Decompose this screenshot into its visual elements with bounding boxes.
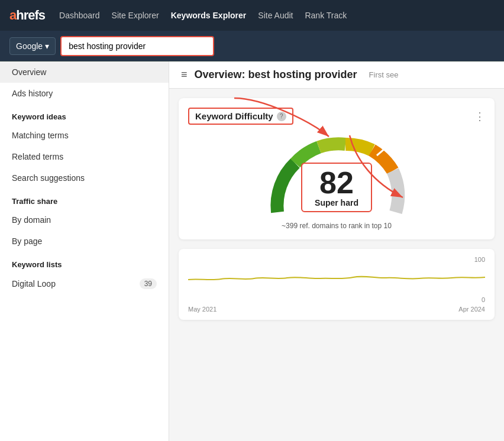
- gauge-number: 82: [313, 167, 360, 198]
- gauge-container: 82 Super hard ~399 ref. domains to rank …: [188, 129, 485, 230]
- keyword-search-input[interactable]: [69, 41, 206, 51]
- chart-visual: 100 0: [188, 256, 485, 303]
- keyword-search-input-wrap: [60, 36, 214, 56]
- chart-svg: [188, 256, 485, 300]
- sidebar-section-keyword-ideas: Keyword ideas: [0, 104, 169, 125]
- main-layout: Overview Ads history Keyword ideas Match…: [0, 61, 504, 441]
- nav-item-dashboard[interactable]: Dashboard: [59, 10, 100, 21]
- sidebar-item-search-suggestions[interactable]: Search suggestions: [0, 167, 169, 189]
- sidebar-item-related-terms[interactable]: Related terms: [0, 146, 169, 167]
- chart-label-start: May 2021: [188, 306, 217, 313]
- chart-labels: May 2021 Apr 2024: [188, 306, 485, 313]
- nav-item-site-explorer[interactable]: Site Explorer: [112, 10, 159, 21]
- nav-links: Dashboard Site Explorer Keywords Explore…: [59, 10, 347, 21]
- help-icon[interactable]: ?: [277, 112, 286, 121]
- card-title-area: Keyword Difficulty ?: [188, 108, 293, 125]
- search-bar: Google ▾: [0, 31, 504, 61]
- search-engine-dropdown[interactable]: Google ▾: [9, 37, 56, 55]
- sidebar-item-by-page[interactable]: By page: [0, 231, 169, 252]
- nav-item-rank-track[interactable]: Rank Track: [305, 10, 347, 21]
- chart-area: 100 0 May 2021 A: [179, 249, 495, 320]
- nav-item-keywords-explorer[interactable]: Keywords Explorer: [171, 10, 247, 21]
- sidebar-section-traffic-share: Traffic share: [0, 189, 169, 209]
- chart-value-0: 0: [482, 296, 485, 303]
- first-seen-label: First see: [369, 70, 399, 79]
- gauge-difficulty-label: Super hard: [313, 198, 360, 207]
- main-content: ≡ Overview: best hosting provider First …: [169, 61, 504, 441]
- nav-item-site-audit[interactable]: Site Audit: [258, 10, 293, 21]
- logo[interactable]: ahrefs: [9, 8, 45, 23]
- card-title: Keyword Difficulty: [195, 111, 273, 121]
- page-title: Overview: best hosting provider: [195, 69, 357, 81]
- sidebar-item-overview[interactable]: Overview: [0, 61, 169, 83]
- chart-label-end: Apr 2024: [458, 306, 485, 313]
- sidebar-section-keyword-lists: Keyword lists: [0, 252, 169, 273]
- sidebar-item-matching-terms[interactable]: Matching terms: [0, 125, 169, 146]
- digital-loop-badge: 39: [140, 278, 157, 289]
- sidebar-item-ads-history[interactable]: Ads history: [0, 83, 169, 104]
- gauge-center-box: 82 Super hard: [301, 163, 372, 212]
- sidebar-item-digital-loop[interactable]: Digital Loop 39: [0, 273, 169, 295]
- top-navigation: ahrefs Dashboard Site Explorer Keywords …: [0, 0, 504, 31]
- chart-value-100: 100: [474, 256, 485, 263]
- gauge-subtext: ~399 ref. domains to rank in top 10: [282, 222, 392, 230]
- hamburger-menu-icon[interactable]: ≡: [181, 69, 188, 81]
- content-inner: ≡ Overview: best hosting provider First …: [169, 61, 504, 320]
- gauge-wrap: 82 Super hard: [260, 135, 413, 218]
- more-options-icon[interactable]: ⋮: [474, 110, 485, 123]
- card-header: Keyword Difficulty ? ⋮: [188, 108, 485, 125]
- sidebar-item-by-domain[interactable]: By domain: [0, 209, 169, 231]
- keyword-difficulty-card: Keyword Difficulty ? ⋮: [179, 98, 495, 239]
- content-header: ≡ Overview: best hosting provider First …: [169, 61, 504, 89]
- sidebar: Overview Ads history Keyword ideas Match…: [0, 61, 169, 441]
